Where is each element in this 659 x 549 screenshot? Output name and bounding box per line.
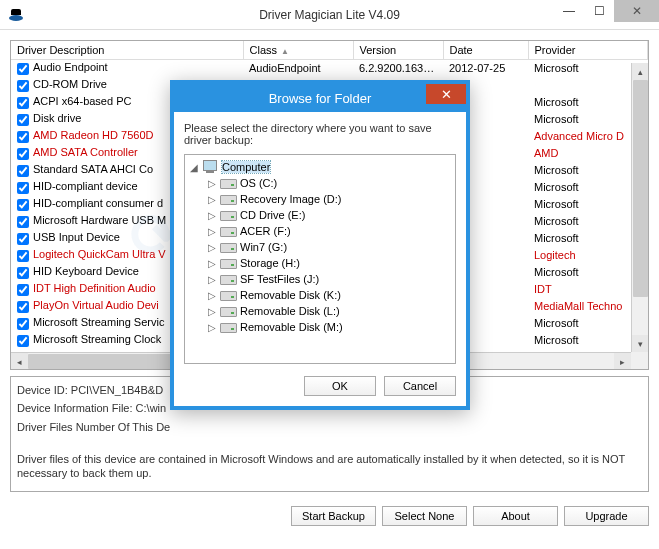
drive-icon: [220, 256, 236, 270]
row-checkbox[interactable]: [17, 335, 29, 347]
driver-date: 2012-07-25: [443, 60, 528, 77]
expand-icon[interactable]: ▷: [207, 306, 216, 317]
row-checkbox[interactable]: [17, 97, 29, 109]
tree-root-computer[interactable]: ◢ Computer: [187, 159, 453, 175]
maximize-button[interactable]: ☐: [584, 0, 614, 22]
col-class[interactable]: Class▲: [243, 41, 353, 60]
tree-label: OS (C:): [240, 177, 277, 189]
select-none-button[interactable]: Select None: [382, 506, 467, 526]
row-checkbox[interactable]: [17, 318, 29, 330]
scroll-right-icon[interactable]: ▸: [614, 353, 631, 370]
expand-icon[interactable]: ▷: [207, 178, 216, 189]
tree-item[interactable]: ▷OS (C:): [187, 175, 453, 191]
dialog-prompt: Please select the directory where you wa…: [184, 122, 456, 146]
driver-desc: Disk drive: [33, 112, 81, 124]
driver-provider: Advanced Micro D: [528, 128, 648, 145]
drive-icon: [220, 208, 236, 222]
scroll-thumb[interactable]: [633, 80, 648, 297]
driver-provider: Microsoft: [528, 332, 648, 349]
col-provider[interactable]: Provider: [528, 41, 648, 60]
scroll-up-icon[interactable]: ▴: [632, 63, 649, 80]
driver-provider: Microsoft: [528, 94, 648, 111]
dialog-body: Please select the directory where you wa…: [174, 112, 466, 406]
scroll-down-icon[interactable]: ▾: [632, 335, 649, 352]
driver-provider: Microsoft: [528, 264, 648, 281]
tree-label: Removable Disk (K:): [240, 289, 341, 301]
col-date[interactable]: Date: [443, 41, 528, 60]
tree-item[interactable]: ▷Recovery Image (D:): [187, 191, 453, 207]
col-version[interactable]: Version: [353, 41, 443, 60]
row-checkbox[interactable]: [17, 165, 29, 177]
driver-desc: AMD SATA Controller: [33, 146, 138, 158]
cancel-button[interactable]: Cancel: [384, 376, 456, 396]
tree-item[interactable]: ▷SF TestFiles (J:): [187, 271, 453, 287]
row-checkbox[interactable]: [17, 114, 29, 126]
row-checkbox[interactable]: [17, 148, 29, 160]
expand-icon[interactable]: ▷: [207, 242, 216, 253]
driver-desc: IDT High Definition Audio: [33, 282, 156, 294]
sort-asc-icon: ▲: [281, 47, 289, 56]
driver-provider: AMD: [528, 145, 648, 162]
expand-icon[interactable]: ▷: [207, 210, 216, 221]
dialog-close-button[interactable]: ✕: [426, 84, 466, 104]
scroll-corner: [631, 352, 648, 369]
driver-desc: ACPI x64-based PC: [33, 95, 131, 107]
folder-tree[interactable]: ◢ Computer ▷OS (C:)▷Recovery Image (D:)▷…: [184, 154, 456, 364]
tree-item[interactable]: ▷Storage (H:): [187, 255, 453, 271]
driver-provider: Microsoft: [528, 196, 648, 213]
drive-icon: [220, 304, 236, 318]
row-checkbox[interactable]: [17, 284, 29, 296]
drive-icon: [220, 320, 236, 334]
tree-item[interactable]: ▷CD Drive (E:): [187, 207, 453, 223]
tree-label: Computer: [222, 161, 270, 173]
row-checkbox[interactable]: [17, 216, 29, 228]
tree-item[interactable]: ▷Removable Disk (M:): [187, 319, 453, 335]
row-checkbox[interactable]: [17, 250, 29, 262]
row-checkbox[interactable]: [17, 131, 29, 143]
window-buttons: — ☐ ✕: [554, 0, 659, 22]
app-icon: [8, 7, 24, 23]
row-checkbox[interactable]: [17, 199, 29, 211]
dialog-title: Browse for Folder: [269, 91, 372, 106]
tree-item[interactable]: ▷ACER (F:): [187, 223, 453, 239]
expand-icon[interactable]: ▷: [207, 194, 216, 205]
tree-item[interactable]: ▷Win7 (G:): [187, 239, 453, 255]
driver-provider: Microsoft: [528, 213, 648, 230]
vertical-scrollbar[interactable]: ▴ ▾: [631, 63, 648, 352]
col-description[interactable]: Driver Description: [11, 41, 243, 60]
row-checkbox[interactable]: [17, 301, 29, 313]
ok-button[interactable]: OK: [304, 376, 376, 396]
close-button[interactable]: ✕: [614, 0, 659, 22]
row-checkbox[interactable]: [17, 80, 29, 92]
driver-desc: Microsoft Streaming Servic: [33, 316, 164, 328]
driver-desc: HID-compliant device: [33, 180, 138, 192]
scroll-left-icon[interactable]: ◂: [11, 353, 28, 370]
minimize-button[interactable]: —: [554, 0, 584, 22]
expand-icon[interactable]: ▷: [207, 226, 216, 237]
computer-icon: [202, 160, 218, 174]
expand-icon[interactable]: ▷: [207, 322, 216, 333]
driver-files-count-line: Driver Files Number Of This De: [17, 420, 642, 434]
tree-item[interactable]: ▷Removable Disk (K:): [187, 287, 453, 303]
start-backup-button[interactable]: Start Backup: [291, 506, 376, 526]
browse-folder-dialog: Browse for Folder ✕ Please select the di…: [170, 80, 470, 410]
drive-icon: [220, 240, 236, 254]
expand-icon[interactable]: ▷: [207, 258, 216, 269]
tree-label: Win7 (G:): [240, 241, 287, 253]
driver-desc: Microsoft Streaming Clock: [33, 333, 161, 345]
tree-label: CD Drive (E:): [240, 209, 305, 221]
row-checkbox[interactable]: [17, 182, 29, 194]
expand-icon[interactable]: ▷: [207, 290, 216, 301]
tree-label: Storage (H:): [240, 257, 300, 269]
row-checkbox[interactable]: [17, 63, 29, 75]
table-row[interactable]: Audio EndpointAudioEndpoint6.2.9200.163……: [11, 60, 648, 77]
upgrade-button[interactable]: Upgrade: [564, 506, 649, 526]
tree-item[interactable]: ▷Removable Disk (L:): [187, 303, 453, 319]
about-button[interactable]: About: [473, 506, 558, 526]
expand-icon[interactable]: ▷: [207, 274, 216, 285]
row-checkbox[interactable]: [17, 233, 29, 245]
row-checkbox[interactable]: [17, 267, 29, 279]
dialog-button-row: OK Cancel: [184, 376, 456, 396]
collapse-icon[interactable]: ◢: [189, 162, 198, 173]
driver-class: AudioEndpoint: [243, 60, 353, 77]
